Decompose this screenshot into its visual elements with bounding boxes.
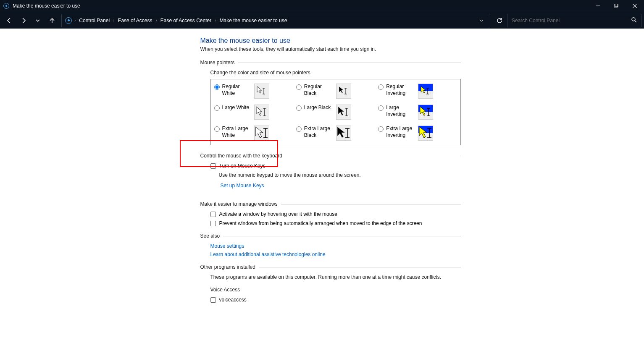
- voice-access-label: Voice Access: [210, 287, 461, 293]
- navbar: › Control Panel › Ease of Access › Ease …: [0, 12, 644, 29]
- activate-hover-checkbox[interactable]: [210, 212, 216, 217]
- voiceaccess-checkbox[interactable]: [210, 297, 216, 303]
- svg-point-5: [632, 18, 635, 21]
- forward-button[interactable]: [17, 14, 30, 27]
- breadcrumb-item[interactable]: Ease of Access: [115, 18, 155, 24]
- section-header-mouse-pointers: Mouse pointers: [200, 60, 461, 65]
- titlebar: Make the mouse easier to use: [0, 0, 644, 12]
- pointer-preview-icon: [336, 126, 351, 141]
- pointer-preview-icon: [254, 105, 269, 120]
- pointer-options-box: Regular White Regular Black Regular Inve…: [210, 79, 461, 145]
- pointer-preview-icon: [418, 84, 433, 99]
- radio-regular-black[interactable]: [296, 84, 302, 90]
- pointer-option-regular-white[interactable]: Regular White: [214, 84, 293, 99]
- control-panel-icon: [3, 3, 9, 9]
- chevron-right-icon[interactable]: ›: [214, 18, 217, 23]
- chevron-right-icon[interactable]: ›: [155, 18, 158, 23]
- pointer-preview-icon: [336, 84, 351, 99]
- search-icon[interactable]: [631, 17, 637, 24]
- pointer-preview-icon: [254, 84, 269, 99]
- pointer-preview-icon: [418, 105, 433, 120]
- mouse-keys-label: Turn on Mouse Keys: [219, 163, 265, 169]
- radio-regular-inverting[interactable]: [378, 84, 384, 90]
- minimize-button[interactable]: [589, 0, 607, 12]
- radio-large-white[interactable]: [214, 105, 220, 111]
- up-button[interactable]: [45, 14, 59, 27]
- breadcrumb-item[interactable]: Control Panel: [76, 18, 112, 24]
- activate-hover-label: Activate a window by hovering over it wi…: [219, 211, 337, 217]
- control-panel-icon: [65, 17, 72, 24]
- refresh-button[interactable]: [493, 14, 506, 27]
- section-header-other: Other programs installed: [200, 264, 461, 270]
- pointer-option-large-white[interactable]: Large White: [214, 105, 293, 120]
- radio-regular-white[interactable]: [214, 84, 220, 90]
- search-input[interactable]: [512, 18, 631, 24]
- recent-dropdown[interactable]: [31, 14, 45, 27]
- assistive-tech-link[interactable]: Learn about additional assistive technol…: [210, 251, 461, 257]
- section-header-windows: Make it easier to manage windows: [200, 201, 461, 207]
- pointer-option-regular-black[interactable]: Regular Black: [296, 84, 375, 99]
- radio-large-black[interactable]: [296, 105, 302, 111]
- breadcrumb-bar[interactable]: › Control Panel › Ease of Access › Ease …: [61, 14, 490, 27]
- chevron-right-icon[interactable]: ›: [112, 18, 115, 23]
- page-subtitle: When you select these tools, they will a…: [200, 46, 461, 52]
- radio-extra-large-black[interactable]: [296, 126, 302, 132]
- voiceaccess-checkbox-row[interactable]: voiceaccess: [210, 297, 461, 303]
- window-title: Make the mouse easier to use: [13, 3, 589, 9]
- pointer-option-extra-large-inverting[interactable]: Extra Large Inverting: [378, 126, 457, 141]
- svg-line-6: [635, 21, 636, 22]
- setup-mouse-keys-link[interactable]: Set up Mouse Keys: [221, 183, 264, 189]
- svg-rect-1: [614, 4, 618, 7]
- svg-rect-2: [615, 4, 618, 6]
- prevent-arrange-checkbox-row[interactable]: Prevent windows from being automatically…: [210, 220, 461, 226]
- breadcrumb-dropdown[interactable]: [476, 18, 486, 23]
- search-box[interactable]: [507, 14, 641, 27]
- breadcrumb-item[interactable]: Make the mouse easier to use: [217, 18, 290, 24]
- mouse-keys-checkbox[interactable]: [210, 163, 216, 169]
- radio-extra-large-inverting[interactable]: [378, 126, 384, 132]
- chevron-right-icon[interactable]: ›: [74, 18, 76, 23]
- section-desc: Change the color and size of mouse point…: [210, 70, 461, 76]
- activate-hover-checkbox-row[interactable]: Activate a window by hovering over it wi…: [210, 211, 461, 217]
- pointer-option-extra-large-white[interactable]: Extra Large White: [214, 126, 293, 141]
- radio-large-inverting[interactable]: [378, 105, 384, 111]
- pointer-preview-icon: [336, 105, 351, 120]
- page-title: Make the mouse easier to use: [200, 37, 461, 45]
- voiceaccess-label: voiceaccess: [219, 297, 247, 303]
- pointer-option-large-inverting[interactable]: Large Inverting: [378, 105, 457, 120]
- pointer-preview-icon: [418, 126, 433, 141]
- mouse-settings-link[interactable]: Mouse settings: [210, 243, 461, 249]
- pointer-preview-icon: [254, 126, 269, 141]
- prevent-arrange-label: Prevent windows from being automatically…: [219, 220, 422, 226]
- breadcrumb-item[interactable]: Ease of Access Center: [158, 18, 214, 24]
- pointer-option-extra-large-black[interactable]: Extra Large Black: [296, 126, 375, 141]
- radio-extra-large-white[interactable]: [214, 126, 220, 132]
- close-button[interactable]: [626, 0, 644, 12]
- mouse-keys-desc: Use the numeric keypad to move the mouse…: [219, 172, 461, 178]
- prevent-arrange-checkbox[interactable]: [210, 221, 216, 226]
- pointer-option-large-black[interactable]: Large Black: [296, 105, 375, 120]
- maximize-button[interactable]: [607, 0, 626, 12]
- pointer-option-regular-inverting[interactable]: Regular Inverting: [378, 84, 457, 99]
- mouse-keys-checkbox-row[interactable]: Turn on Mouse Keys: [210, 163, 461, 169]
- section-header-keyboard: Control the mouse with the keyboard: [200, 153, 461, 159]
- back-button[interactable]: [3, 14, 16, 27]
- section-header-see-also: See also: [200, 233, 461, 239]
- other-programs-desc: These programs are available on this com…: [210, 274, 461, 280]
